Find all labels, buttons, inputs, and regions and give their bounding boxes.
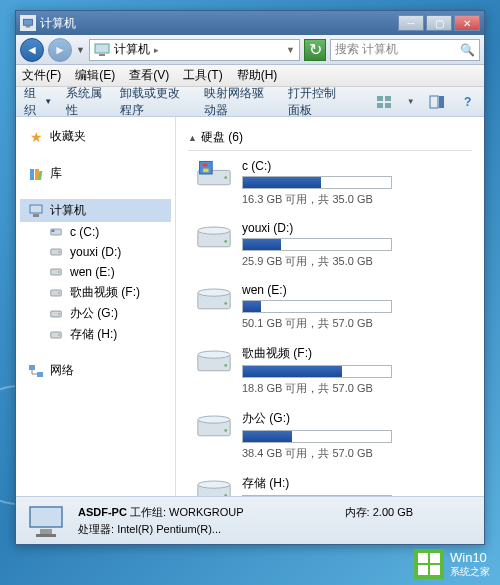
network-icon — [28, 363, 44, 379]
drive-name: youxi (D:) — [242, 221, 472, 235]
history-dropdown-icon[interactable]: ▼ — [76, 45, 85, 55]
drive-item[interactable]: 办公 (G:) 38.4 GB 可用，共 57.0 GB — [188, 410, 472, 461]
drive-icon — [48, 285, 64, 301]
sidebar-computer[interactable]: 计算机 — [20, 199, 171, 222]
sidebar-libraries[interactable]: 库 — [20, 162, 171, 185]
details-pane: ASDF-PC 工作组: WORKGROUP 内存: 2.00 GB 处理器: … — [16, 496, 484, 544]
drive-name: 办公 (G:) — [242, 410, 472, 427]
svg-point-18 — [58, 251, 60, 253]
library-icon — [28, 166, 44, 182]
star-icon: ★ — [28, 129, 44, 145]
menu-file[interactable]: 文件(F) — [22, 67, 61, 84]
drive-item[interactable]: wen (E:) 50.1 GB 可用，共 57.0 GB — [188, 283, 472, 331]
sidebar-drive-item[interactable]: c (C:) — [20, 222, 171, 242]
svg-point-41 — [224, 364, 227, 367]
drive-name: c (C:) — [242, 159, 472, 173]
maximize-button[interactable]: ▢ — [426, 15, 452, 31]
sidebar-drive-item[interactable]: wen (E:) — [20, 262, 171, 282]
svg-point-32 — [224, 176, 227, 179]
computer-icon — [94, 43, 110, 57]
svg-rect-14 — [33, 214, 39, 217]
sidebar-network[interactable]: 网络 — [20, 359, 171, 382]
titlebar[interactable]: 计算机 ─ ▢ ✕ — [16, 11, 484, 35]
back-button[interactable]: ◄ — [20, 38, 44, 62]
search-placeholder: 搜索 计算机 — [335, 41, 398, 58]
sidebar-favorites[interactable]: ★ 收藏夹 — [20, 125, 171, 148]
svg-rect-31 — [203, 169, 208, 173]
svg-rect-13 — [30, 205, 42, 213]
svg-point-40 — [198, 351, 230, 358]
system-properties-button[interactable]: 系统属性 — [66, 85, 106, 119]
drive-capacity-text: 38.4 GB 可用，共 57.0 GB — [242, 446, 472, 461]
chevron-down-icon[interactable]: ▼ — [286, 45, 295, 55]
content-area: ★ 收藏夹 库 计算机 c (C:)y — [16, 117, 484, 496]
drive-icon — [196, 221, 232, 251]
svg-rect-5 — [385, 96, 391, 101]
capacity-bar — [242, 495, 392, 496]
drive-icon — [196, 475, 232, 496]
drive-icon — [196, 345, 232, 375]
preview-pane-icon[interactable] — [429, 92, 446, 112]
drive-item[interactable]: c (C:) 16.3 GB 可用，共 35.0 GB — [188, 159, 472, 207]
drive-capacity-text: 50.1 GB 可用，共 57.0 GB — [242, 316, 472, 331]
forward-button[interactable]: ► — [48, 38, 72, 62]
minimize-button[interactable]: ─ — [398, 15, 424, 31]
svg-point-22 — [58, 292, 60, 294]
menu-tools[interactable]: 工具(T) — [183, 67, 222, 84]
drive-capacity-text: 25.9 GB 可用，共 35.0 GB — [242, 254, 472, 269]
sidebar-drive-item[interactable]: 歌曲视频 (F:) — [20, 282, 171, 303]
organize-button[interactable]: 组织 ▼ — [24, 85, 52, 119]
hdd-section-header[interactable]: ▲ 硬盘 (6) — [188, 125, 472, 151]
drive-icon — [196, 283, 232, 313]
chevron-down-icon[interactable]: ▼ — [407, 97, 415, 106]
drive-icon — [196, 159, 232, 189]
svg-point-44 — [224, 429, 227, 432]
view-options-icon[interactable] — [376, 92, 393, 112]
chevron-right-icon[interactable]: ▸ — [154, 45, 159, 55]
search-icon[interactable]: 🔍 — [460, 43, 475, 57]
capacity-bar — [242, 300, 392, 313]
menu-view[interactable]: 查看(V) — [129, 67, 169, 84]
drive-icon — [48, 224, 64, 240]
search-input[interactable]: 搜索 计算机 🔍 — [330, 39, 480, 61]
close-button[interactable]: ✕ — [454, 15, 480, 31]
navigation-bar: ◄ ► ▼ 计算机 ▸ ▼ ↻ 搜索 计算机 🔍 — [16, 35, 484, 65]
svg-rect-48 — [30, 507, 62, 527]
svg-rect-8 — [430, 96, 438, 108]
drive-item[interactable]: youxi (D:) 25.9 GB 可用，共 35.0 GB — [188, 221, 472, 269]
capacity-bar — [242, 238, 392, 251]
drive-icon — [48, 264, 64, 280]
uninstall-programs-button[interactable]: 卸载或更改程序 — [120, 85, 190, 119]
computer-icon — [20, 15, 36, 31]
capacity-bar — [242, 176, 392, 189]
drive-item[interactable]: 歌曲视频 (F:) 18.8 GB 可用，共 57.0 GB — [188, 345, 472, 396]
svg-rect-50 — [36, 534, 56, 537]
breadcrumb[interactable]: 计算机 ▸ ▼ — [89, 39, 300, 61]
status-cpu: 处理器: Intel(R) Pentium(R)... — [78, 522, 474, 537]
drive-icon — [48, 306, 64, 322]
svg-point-26 — [58, 334, 60, 336]
sidebar-drive-item[interactable]: 办公 (G:) — [20, 303, 171, 324]
svg-point-46 — [198, 481, 230, 488]
drive-name: wen (E:) — [242, 283, 472, 297]
drive-item[interactable]: 存储 (H:) 56.2 GB 可用，共 57.0 GB — [188, 475, 472, 496]
open-control-panel-button[interactable]: 打开控制面板 — [288, 85, 348, 119]
breadcrumb-item[interactable]: 计算机 — [114, 41, 150, 58]
windows-logo-icon — [414, 549, 444, 579]
refresh-button[interactable]: ↻ — [304, 39, 326, 61]
watermark: Win10 系统之家 — [414, 549, 490, 579]
menu-help[interactable]: 帮助(H) — [237, 67, 278, 84]
help-icon[interactable]: ? — [459, 92, 476, 112]
menu-edit[interactable]: 编辑(E) — [75, 67, 115, 84]
svg-rect-16 — [52, 230, 55, 232]
sidebar-drive-item[interactable]: youxi (D:) — [20, 242, 171, 262]
drive-name: 存储 (H:) — [242, 475, 472, 492]
svg-point-37 — [198, 289, 230, 296]
svg-rect-27 — [29, 365, 35, 370]
svg-rect-4 — [377, 96, 383, 101]
svg-point-34 — [198, 227, 230, 234]
sidebar-drive-item[interactable]: 存储 (H:) — [20, 324, 171, 345]
svg-point-20 — [58, 271, 60, 273]
window-title: 计算机 — [40, 15, 398, 32]
map-network-drive-button[interactable]: 映射网络驱动器 — [204, 85, 274, 119]
